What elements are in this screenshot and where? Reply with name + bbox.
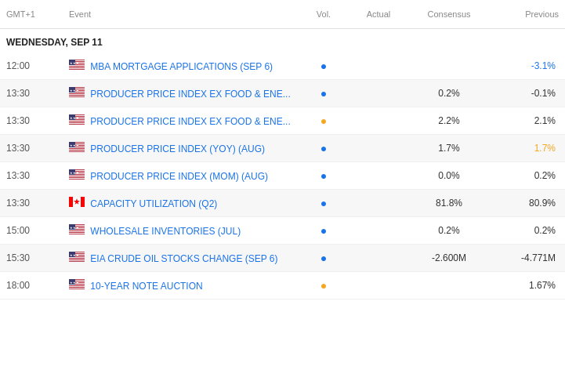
svg-text:★★★: ★★★ (70, 226, 79, 230)
consensus-cell: 1.7% (410, 143, 488, 154)
consensus-cell: 0.0% (410, 170, 488, 181)
svg-rect-34 (69, 148, 85, 149)
section-label: WEDNESDAY, SEP 11 (0, 29, 565, 53)
previous-cell: 2.1% (488, 115, 559, 126)
vol-cell: ● (300, 87, 347, 100)
event-name-cell: ★★★ PRODUCER PRICE INDEX (YOY) (AUG) (69, 142, 300, 154)
consensus-cell: 0.2% (410, 88, 488, 99)
event-title[interactable]: PRODUCER PRICE INDEX EX FOOD & ENE... (90, 116, 290, 127)
vol-dot: ● (321, 60, 327, 72)
vol-cell: ● (300, 197, 347, 209)
svg-text:★★★: ★★★ (70, 253, 79, 257)
table-row: 13:30 CAPACITY UTILIZATION (Q2) ● 81.8% … (0, 190, 565, 217)
vol-dot: ● (321, 114, 327, 127)
svg-rect-15 (69, 95, 85, 96)
previous-cell: -0.1% (488, 88, 559, 99)
country-flag: ★★★ (69, 87, 85, 97)
event-name-cell: ★★★ MBA MORTGAGE APPLICATIONS (SEP 6) (69, 60, 300, 72)
event-time: 13:30 (6, 170, 69, 181)
table-row: 12:00 ★★★ MBA MORTGAGE APPLICATIONS (SEP… (0, 53, 565, 80)
event-name-cell: ★★★ WHOLESALE INVENTORIES (JUL) (69, 224, 300, 237)
svg-rect-25 (69, 122, 85, 123)
svg-rect-58 (69, 230, 85, 231)
header-previous: Previous (488, 9, 559, 19)
vol-dot: ● (321, 87, 327, 100)
svg-rect-69 (69, 260, 85, 260)
vol-cell: ● (300, 60, 347, 72)
header-actual: Actual (347, 9, 410, 19)
header-row: GMT+1 Event Vol. Actual Consensus Previo… (0, 0, 565, 29)
event-time: 13:30 (6, 143, 69, 154)
svg-rect-78 (69, 285, 85, 286)
vol-cell: ● (300, 279, 347, 292)
country-flag: ★★★ (69, 252, 85, 262)
country-flag: ★★★ (69, 142, 85, 152)
country-flag: ★★★ (69, 279, 85, 289)
table-row: 13:30 ★★★ PRODUCER PRICE INDEX (MOM) (AU… (0, 162, 565, 190)
event-time: 13:30 (6, 88, 69, 99)
event-time: 13:30 (6, 198, 69, 209)
svg-rect-44 (69, 176, 85, 176)
event-time: 18:00 (6, 280, 69, 291)
event-title[interactable]: WHOLESALE INVENTORIES (JUL) (90, 226, 241, 237)
country-flag: ★★★ (69, 224, 85, 234)
table-row: 13:30 ★★★ PRODUCER PRICE INDEX EX FOOD &… (0, 107, 565, 135)
consensus-cell: 0.2% (410, 225, 488, 236)
event-name-cell: CAPACITY UTILIZATION (Q2) (69, 197, 300, 209)
svg-text:★★★: ★★★ (70, 171, 79, 175)
country-flag: ★★★ (69, 114, 85, 125)
event-name-cell: ★★★ EIA CRUDE OIL STOCKS CHANGE (SEP 6) (69, 252, 300, 264)
event-time: 15:30 (6, 252, 69, 263)
vol-cell: ● (300, 114, 347, 127)
country-flag: ★★★ (69, 60, 85, 70)
event-name-cell: ★★★ PRODUCER PRICE INDEX (MOM) (AUG) (69, 169, 300, 182)
event-title[interactable]: 10-YEAR NOTE AUCTION (90, 281, 202, 292)
previous-cell: 1.67% (488, 280, 559, 291)
table-row: 18:00 ★★★ 10-YEAR NOTE AUCTION ● 1.67% (0, 272, 565, 299)
country-flag (69, 197, 85, 207)
event-title[interactable]: EIA CRUDE OIL STOCKS CHANGE (SEP 6) (90, 253, 277, 264)
consensus-cell: -2.600M (410, 252, 488, 263)
event-time: 15:00 (6, 225, 69, 236)
vol-cell: ● (300, 169, 347, 182)
svg-rect-4 (69, 66, 85, 67)
svg-rect-35 (69, 150, 85, 151)
table-row: 13:30 ★★★ PRODUCER PRICE INDEX (YOY) (AU… (0, 135, 565, 162)
event-name-cell: ★★★ 10-YEAR NOTE AUCTION (69, 279, 300, 292)
table-row: 15:30 ★★★ EIA CRUDE OIL STOCKS CHANGE (S… (0, 245, 565, 272)
svg-text:★★★: ★★★ (70, 89, 79, 93)
consensus-cell: 2.2% (410, 115, 488, 126)
event-title[interactable]: CAPACITY UTILIZATION (Q2) (90, 198, 217, 209)
previous-cell: -3.1% (488, 60, 559, 71)
event-title[interactable]: PRODUCER PRICE INDEX EX FOOD & ENE... (90, 89, 290, 100)
svg-text:★★★: ★★★ (70, 143, 79, 147)
svg-text:★★★: ★★★ (70, 281, 79, 285)
vol-dot: ● (321, 279, 327, 292)
header-timezone: GMT+1 (6, 9, 69, 19)
event-title[interactable]: PRODUCER PRICE INDEX (MOM) (AUG) (90, 171, 268, 182)
header-event: Event (69, 9, 300, 19)
country-flag: ★★★ (69, 169, 85, 180)
event-time: 12:00 (6, 60, 69, 71)
table-row: 13:30 ★★★ PRODUCER PRICE INDEX EX FOOD &… (0, 80, 565, 107)
consensus-cell: 81.8% (410, 198, 488, 209)
header-consensus: Consensus (410, 9, 488, 19)
svg-rect-5 (69, 67, 85, 68)
previous-cell: -4.771M (488, 252, 559, 263)
vol-cell: ● (300, 224, 347, 237)
svg-rect-52 (81, 197, 85, 207)
svg-rect-6 (69, 69, 85, 70)
event-title[interactable]: PRODUCER PRICE INDEX (YOY) (AUG) (90, 143, 265, 154)
vol-dot: ● (321, 224, 327, 237)
svg-rect-45 (69, 177, 85, 178)
event-name-cell: ★★★ PRODUCER PRICE INDEX EX FOOD & ENE..… (69, 114, 300, 127)
svg-rect-16 (69, 96, 85, 97)
svg-rect-68 (69, 258, 85, 259)
event-title[interactable]: MBA MORTGAGE APPLICATIONS (SEP 6) (90, 61, 273, 72)
vol-dot: ● (321, 142, 327, 154)
svg-rect-59 (69, 232, 85, 233)
svg-rect-79 (69, 287, 85, 288)
event-name-cell: ★★★ PRODUCER PRICE INDEX EX FOOD & ENE..… (69, 87, 300, 100)
previous-cell: 1.7% (488, 143, 559, 154)
table-row: 15:00 ★★★ WHOLESALE INVENTORIES (JUL) ● … (0, 217, 565, 245)
